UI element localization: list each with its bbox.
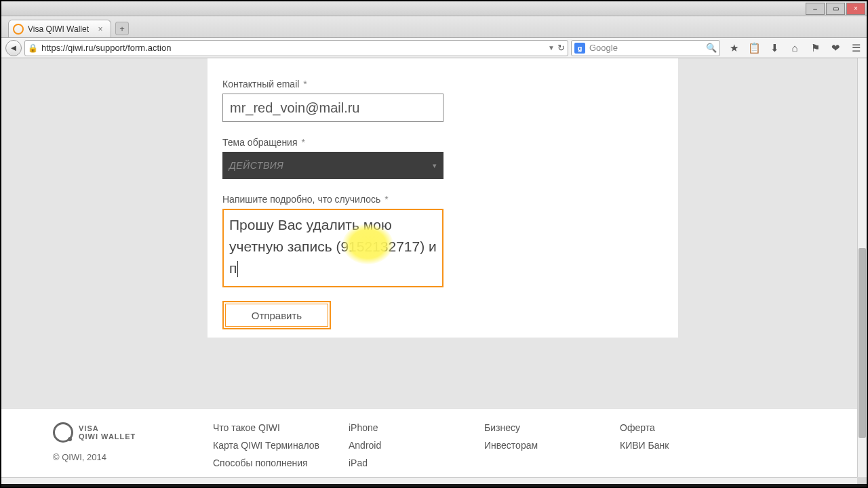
topic-select[interactable]: ДЕЙСТВИЯ ▾ xyxy=(222,152,443,179)
footer-link[interactable]: Бизнесу xyxy=(484,422,620,433)
menu-icon[interactable]: ☰ xyxy=(849,41,863,55)
page-footer: VISA QIWI WALLET © QIWI, 2014 Что такое … xyxy=(1,408,857,477)
search-placeholder: Google xyxy=(589,43,702,53)
footer-link[interactable]: Что такое QIWI xyxy=(213,422,349,433)
home-icon[interactable]: ⌂ xyxy=(788,41,802,55)
lock-icon: 🔒 xyxy=(28,43,37,53)
reload-icon[interactable]: ↻ xyxy=(557,43,565,53)
topic-selected: ДЕЙСТВИЯ xyxy=(229,160,283,171)
topic-label: Тема обращения * xyxy=(222,137,602,148)
chevron-down-icon: ▾ xyxy=(433,161,437,170)
tab-close-button[interactable]: × xyxy=(96,24,105,34)
submit-button[interactable]: Отправить xyxy=(225,304,328,327)
qiwi-logo-icon xyxy=(53,422,73,443)
search-bar[interactable]: g Google 🔍 xyxy=(571,40,720,56)
url-text: https://qiwi.ru/support/form.action xyxy=(41,43,544,53)
browser-tab-active[interactable]: Visa QIWI Wallet × xyxy=(8,20,111,37)
qiwi-logo: VISA QIWI WALLET xyxy=(53,422,213,443)
email-label: Контактный email * xyxy=(222,79,602,89)
window-close-button[interactable]: × xyxy=(846,3,865,15)
copyright: © QIWI, 2014 xyxy=(53,452,213,462)
footer-link[interactable]: Способы пополнения xyxy=(213,458,349,468)
os-taskbar xyxy=(1,484,867,487)
new-tab-button[interactable]: + xyxy=(115,22,129,35)
shield-icon[interactable]: ❤ xyxy=(829,41,842,55)
tab-title: Visa QIWI Wallet xyxy=(28,24,89,34)
google-icon: g xyxy=(574,43,585,54)
text-caret-icon xyxy=(237,261,238,277)
window-minimize-button[interactable]: – xyxy=(806,3,825,15)
footer-link[interactable]: Оферта xyxy=(620,422,755,433)
url-bar[interactable]: 🔒 https://qiwi.ru/support/form.action ▼ … xyxy=(24,40,568,56)
browser-tabstrip: Visa QIWI Wallet × + xyxy=(1,16,867,38)
dropdown-icon[interactable]: ▼ xyxy=(548,44,555,52)
flag-icon[interactable]: ⚑ xyxy=(808,41,822,55)
browser-toolbar: ◄ 🔒 https://qiwi.ru/support/form.action … xyxy=(1,38,867,58)
footer-link[interactable]: КИВИ Банк xyxy=(620,440,755,451)
details-text: Прошу Вас удалить мою учетную запись (91… xyxy=(229,214,437,279)
vertical-scrollbar[interactable] xyxy=(857,58,867,477)
email-input[interactable] xyxy=(222,94,443,122)
scrollbar-thumb[interactable] xyxy=(859,248,866,438)
footer-link[interactable]: iPhone xyxy=(349,422,484,433)
footer-link[interactable]: iPad xyxy=(349,458,484,468)
qiwi-favicon-icon xyxy=(13,24,24,35)
download-icon[interactable]: ⬇ xyxy=(768,41,781,55)
page-viewport: Контактный email * Тема обращения * ДЕЙС… xyxy=(1,58,857,477)
footer-link[interactable]: Карта QIWI Терминалов xyxy=(213,440,349,451)
clipboard-icon[interactable]: 📋 xyxy=(747,41,761,55)
window-titlebar: – ▭ × xyxy=(1,1,867,16)
window-maximize-button[interactable]: ▭ xyxy=(826,3,845,15)
back-button[interactable]: ◄ xyxy=(5,40,22,56)
footer-link[interactable]: Инвесторам xyxy=(484,440,620,451)
details-textarea[interactable]: Прошу Вас удалить мою учетную запись (91… xyxy=(222,209,443,287)
bookmark-icon[interactable]: ★ xyxy=(727,41,741,55)
footer-link[interactable]: Android xyxy=(349,440,484,451)
details-label: Напишите подробно, что случилось * xyxy=(222,194,602,205)
search-icon[interactable]: 🔍 xyxy=(706,43,717,53)
